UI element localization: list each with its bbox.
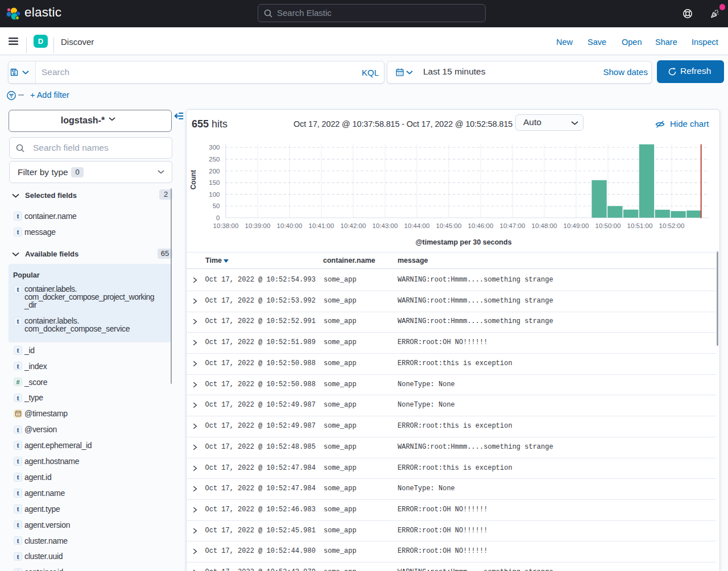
svg-text:10:39:00: 10:39:00 — [245, 222, 271, 229]
svg-text:10:47:00: 10:47:00 — [500, 222, 526, 229]
svg-text:200: 200 — [209, 168, 220, 175]
svg-text:150: 150 — [209, 179, 220, 186]
svg-text:300: 300 — [209, 144, 220, 151]
svg-text:10:49:00: 10:49:00 — [564, 222, 589, 229]
svg-text:0: 0 — [216, 214, 220, 221]
svg-text:10:50:00: 10:50:00 — [595, 222, 621, 229]
svg-text:10:45:00: 10:45:00 — [436, 222, 462, 229]
svg-text:10:38:00: 10:38:00 — [213, 222, 239, 229]
svg-text:100: 100 — [209, 191, 220, 198]
svg-text:10:41:00: 10:41:00 — [309, 222, 334, 229]
svg-text:10:43:00: 10:43:00 — [373, 222, 398, 229]
svg-text:10:51:00: 10:51:00 — [627, 222, 653, 229]
svg-text:10:44:00: 10:44:00 — [404, 222, 430, 229]
svg-text:10:46:00: 10:46:00 — [468, 222, 494, 229]
svg-text:10:40:00: 10:40:00 — [277, 222, 303, 229]
svg-text:250: 250 — [209, 156, 220, 163]
svg-text:10:48:00: 10:48:00 — [532, 222, 557, 229]
svg-text:10:52:00: 10:52:00 — [659, 222, 685, 229]
svg-text:50: 50 — [213, 202, 220, 209]
svg-text:10:42:00: 10:42:00 — [341, 222, 366, 229]
